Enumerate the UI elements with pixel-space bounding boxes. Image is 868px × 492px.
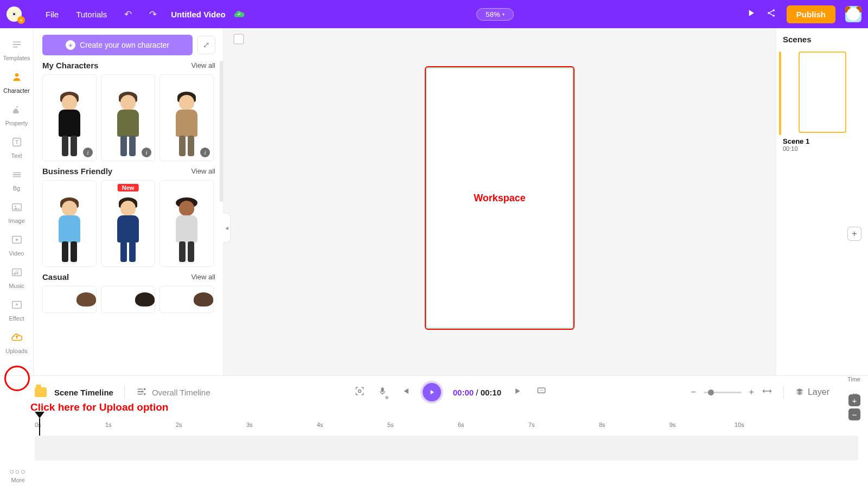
svg-point-11 xyxy=(144,388,146,390)
character-card[interactable] xyxy=(159,286,214,313)
svg-point-7 xyxy=(14,206,16,207)
svg-point-17 xyxy=(540,390,541,391)
overall-timeline-tab[interactable]: Overall Timeline xyxy=(136,386,210,399)
rail-text[interactable]: TText xyxy=(0,131,33,164)
rail-music[interactable]: Music xyxy=(0,261,33,294)
play-button[interactable] xyxy=(423,383,441,401)
tutorials-menu[interactable]: Tutorials xyxy=(76,10,107,19)
svg-point-18 xyxy=(541,390,542,391)
library-panel: +Create your own character ⤢ My Characte… xyxy=(34,28,224,375)
undo-button[interactable]: ↶ xyxy=(124,9,132,20)
svg-text:T: T xyxy=(15,139,18,145)
section-casual-title: Casual xyxy=(42,272,69,282)
svg-point-12 xyxy=(144,393,146,395)
character-card[interactable]: i xyxy=(159,74,214,161)
rail-templates[interactable]: Templates xyxy=(0,34,33,66)
scene-timeline-icon xyxy=(35,387,47,397)
redo-button[interactable]: ↷ xyxy=(149,9,157,20)
camera-focus-button[interactable] xyxy=(354,386,365,399)
left-rail: Templates Character Property TText Bg Im… xyxy=(0,28,34,375)
section-business-title: Business Friendly xyxy=(42,167,112,176)
collapse-panel-button[interactable]: ◂ xyxy=(223,213,231,243)
timeline-track[interactable] xyxy=(35,436,858,461)
timeline-ruler[interactable]: 0s 1s 2s 3s 4s 5s 6s 7s 8s 9s 10s xyxy=(35,421,858,432)
project-title[interactable]: Untitled Video xyxy=(171,10,226,19)
character-card[interactable] xyxy=(159,180,214,267)
rail-effect[interactable]: Effect xyxy=(0,294,33,327)
workspace-annotation: Workspace xyxy=(474,193,526,204)
rail-bg[interactable]: Bg xyxy=(0,164,33,196)
top-bar: + File Tutorials ↶ ↷ Untitled Video 58%▾… xyxy=(0,0,868,28)
rail-uploads[interactable]: Uploads xyxy=(0,327,33,359)
app-logo[interactable]: + xyxy=(7,7,22,22)
canvas-option-box[interactable] xyxy=(233,34,244,44)
scenes-title: Scenes xyxy=(783,35,861,44)
preview-button[interactable] xyxy=(745,8,756,21)
character-card[interactable]: New xyxy=(101,180,155,267)
go-to-end-button[interactable] xyxy=(513,386,524,399)
info-icon[interactable]: i xyxy=(142,148,151,157)
fit-width-button[interactable] xyxy=(762,386,773,399)
go-to-start-button[interactable] xyxy=(400,386,411,399)
character-card[interactable]: i xyxy=(42,74,97,161)
expand-panel-button[interactable]: ⤢ xyxy=(197,36,215,54)
timeline-area: Scene Timeline Overall Timeline 00:00 / … xyxy=(0,375,868,492)
rail-property[interactable]: Property xyxy=(0,99,33,131)
svg-point-19 xyxy=(542,390,544,391)
publish-button[interactable]: Publish xyxy=(787,5,835,23)
svg-point-1 xyxy=(773,9,775,11)
annotation-upload-note: Click here for Upload option xyxy=(30,401,168,413)
canvas-area[interactable]: ◂ Workspace xyxy=(224,28,776,375)
character-card[interactable] xyxy=(42,180,97,267)
zoom-in-button[interactable]: + xyxy=(749,387,754,397)
character-card[interactable] xyxy=(101,286,155,313)
info-icon[interactable]: i xyxy=(200,148,210,157)
share-button[interactable] xyxy=(766,8,777,21)
character-card[interactable] xyxy=(42,286,97,313)
new-badge: New xyxy=(118,184,139,191)
scene-thumbnail[interactable] xyxy=(799,52,846,133)
view-all-my-characters[interactable]: View all xyxy=(191,61,215,69)
playback-time: 00:00 / 00:10 xyxy=(453,388,501,397)
scene-active-indicator xyxy=(779,52,781,135)
scrollbar[interactable] xyxy=(220,61,223,202)
rail-more[interactable]: ○○○More xyxy=(9,467,27,483)
file-menu[interactable]: File xyxy=(46,10,59,19)
voiceover-button[interactable] xyxy=(377,386,388,399)
rail-video[interactable]: Video xyxy=(0,229,33,261)
user-avatar[interactable] xyxy=(845,6,861,22)
add-scene-button[interactable]: + xyxy=(847,227,861,241)
character-card[interactable]: i xyxy=(101,74,155,161)
info-icon[interactable]: i xyxy=(83,148,93,157)
scene-name: Scene 1 xyxy=(783,137,861,145)
zoom-out-button[interactable]: − xyxy=(691,387,695,397)
cloud-saved-icon xyxy=(233,8,245,20)
scene-timeline-tab[interactable]: Scene Timeline xyxy=(54,388,113,397)
svg-rect-9 xyxy=(12,269,21,276)
view-all-casual[interactable]: View all xyxy=(191,273,215,281)
svg-rect-15 xyxy=(381,387,384,392)
timeline-zoom-in-button[interactable]: + xyxy=(848,394,860,406)
comments-button[interactable] xyxy=(536,386,547,399)
svg-point-14 xyxy=(358,390,361,393)
create-character-button[interactable]: +Create your own character xyxy=(42,35,193,55)
time-label: Time xyxy=(847,376,860,382)
timeline-zoom-out-button[interactable]: − xyxy=(848,408,860,420)
svg-point-2 xyxy=(773,15,775,17)
view-all-business[interactable]: View all xyxy=(191,167,215,175)
section-my-characters-title: My Characters xyxy=(42,61,98,70)
workspace-stage[interactable]: Workspace xyxy=(426,67,573,329)
svg-point-3 xyxy=(15,73,18,76)
scene-duration: 00:10 xyxy=(783,145,861,152)
zoom-slider[interactable] xyxy=(704,392,742,393)
svg-point-13 xyxy=(142,391,144,393)
rail-image[interactable]: Image xyxy=(0,196,33,229)
zoom-control[interactable]: 58%▾ xyxy=(476,8,514,21)
rail-character[interactable]: Character xyxy=(0,66,33,99)
scenes-panel: Scenes Scene 1 00:10 + xyxy=(776,28,868,375)
